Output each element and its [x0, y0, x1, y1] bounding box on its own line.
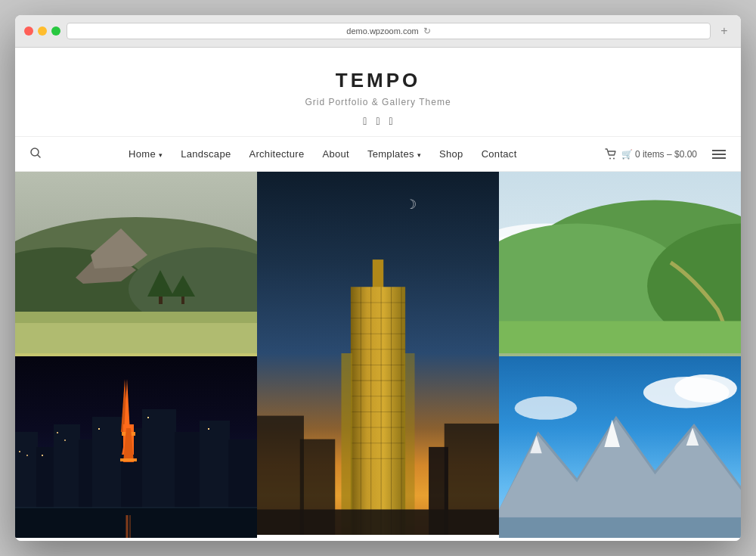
svg-rect-68	[19, 451, 20, 452]
url-text: demo.wpzoom.com	[346, 26, 418, 36]
site-header: TEMPO Grid Portfolio & Gallery Theme  …	[15, 48, 741, 136]
nav-item-landscape[interactable]: Landscape	[181, 138, 231, 170]
svg-rect-41	[404, 353, 414, 535]
svg-rect-71	[57, 432, 58, 433]
close-button[interactable]	[24, 26, 33, 36]
svg-point-82	[674, 374, 737, 402]
svg-text:☽: ☽	[405, 197, 417, 212]
grid-item-mountain[interactable]	[499, 356, 741, 541]
cart-label: 🛒 0 items – $0.00	[621, 149, 697, 160]
traffic-lights	[24, 26, 60, 36]
svg-rect-49	[499, 321, 741, 353]
nav-link-shop[interactable]: Shop	[439, 138, 463, 170]
nav-link-about[interactable]: About	[322, 138, 349, 170]
hamburger-line-3	[712, 157, 726, 159]
hamburger-line-2	[712, 154, 726, 155]
nav-link-architecture[interactable]: Architecture	[249, 138, 304, 170]
nav-item-about[interactable]: About	[322, 138, 349, 170]
nav-link-landscape[interactable]: Landscape	[181, 138, 231, 170]
twitter-icon[interactable]: 	[376, 115, 380, 127]
minimize-button[interactable]	[38, 26, 47, 36]
svg-rect-72	[64, 440, 66, 441]
site-title: TEMPO	[15, 69, 741, 92]
browser-window: demo.wpzoom.com ↻ + TEMPO Grid Portfolio…	[15, 15, 741, 541]
site-content: TEMPO Grid Portfolio & Gallery Theme  …	[15, 48, 741, 541]
nav-item-contact[interactable]: Contact	[482, 138, 517, 170]
svg-rect-42	[257, 509, 499, 535]
svg-rect-74	[147, 417, 149, 418]
nav-item-templates[interactable]: Templates ▾	[367, 138, 421, 170]
svg-point-2	[609, 157, 611, 159]
facebook-icon[interactable]: 	[363, 115, 367, 127]
nav-link-templates[interactable]: Templates ▾	[367, 138, 421, 170]
svg-rect-69	[26, 455, 28, 456]
nav-menu: Home ▾ Landscape Architecture About Temp…	[41, 138, 605, 170]
reload-icon[interactable]: ↻	[423, 26, 431, 36]
svg-rect-23	[351, 287, 405, 535]
social-icons:   	[15, 115, 741, 127]
svg-rect-22	[373, 259, 383, 290]
grid-item-forest[interactable]	[15, 172, 257, 356]
browser-chrome: demo.wpzoom.com ↻ +	[15, 15, 741, 48]
svg-rect-11	[15, 323, 257, 353]
hamburger-menu[interactable]	[712, 150, 726, 159]
svg-rect-73	[98, 428, 100, 430]
svg-point-3	[613, 157, 615, 159]
svg-rect-76	[15, 508, 257, 538]
main-nav: Home ▾ Landscape Architecture About Temp…	[15, 136, 741, 172]
svg-point-83	[515, 396, 578, 420]
nav-link-home[interactable]: Home ▾	[129, 138, 163, 170]
nav-item-architecture[interactable]: Architecture	[249, 138, 304, 170]
svg-rect-67	[120, 458, 137, 461]
svg-line-1	[38, 155, 40, 157]
new-tab-button[interactable]: +	[717, 23, 732, 39]
svg-rect-89	[499, 517, 741, 538]
photo-grid: ☽	[15, 172, 741, 541]
cart-button[interactable]: 🛒 0 items – $0.00	[605, 148, 697, 160]
svg-rect-75	[208, 428, 209, 430]
address-bar[interactable]: demo.wpzoom.com ↻	[67, 23, 711, 39]
site-subtitle: Grid Portfolio & Gallery Theme	[15, 97, 741, 107]
grid-item-skyscraper[interactable]: ☽	[257, 172, 499, 541]
instagram-icon[interactable]: 	[389, 115, 393, 127]
svg-rect-70	[42, 455, 43, 456]
nav-item-home[interactable]: Home ▾	[129, 138, 163, 170]
svg-rect-40	[341, 353, 352, 535]
maximize-button[interactable]	[51, 26, 60, 36]
nav-link-contact[interactable]: Contact	[482, 138, 517, 170]
search-icon[interactable]	[30, 137, 41, 171]
nav-item-shop[interactable]: Shop	[439, 138, 463, 170]
hamburger-line-1	[712, 150, 726, 151]
grid-item-city-night[interactable]	[15, 356, 257, 541]
grid-item-hills[interactable]	[499, 172, 741, 356]
